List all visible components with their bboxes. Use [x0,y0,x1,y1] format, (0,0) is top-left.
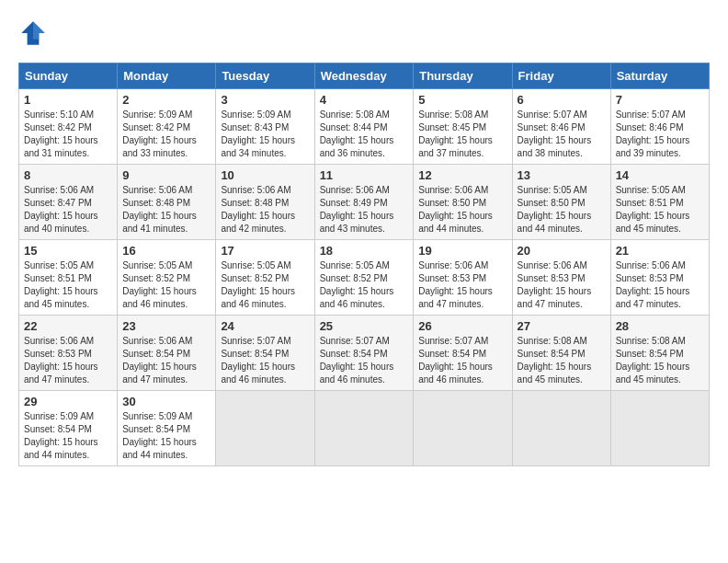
calendar-cell: 18Sunrise: 5:05 AM Sunset: 8:52 PM Dayli… [314,240,414,316]
page-header [18,18,710,48]
day-info: Sunrise: 5:08 AM Sunset: 8:54 PM Dayligh… [518,335,606,386]
day-info: Sunrise: 5:09 AM Sunset: 8:54 PM Dayligh… [122,410,210,462]
column-header-monday: Monday [118,63,216,89]
day-info: Sunrise: 5:08 AM Sunset: 8:44 PM Dayligh… [320,109,409,160]
day-number: 16 [122,244,210,258]
day-info: Sunrise: 5:05 AM Sunset: 8:52 PM Dayligh… [122,259,210,311]
day-info: Sunrise: 5:07 AM Sunset: 8:54 PM Dayligh… [320,335,409,386]
calendar-cell: 17Sunrise: 5:05 AM Sunset: 8:52 PM Dayli… [216,240,314,316]
day-info: Sunrise: 5:08 AM Sunset: 8:54 PM Dayligh… [616,335,704,386]
day-number: 11 [320,168,409,182]
day-number: 8 [24,168,112,182]
calendar-week-4: 22Sunrise: 5:06 AM Sunset: 8:53 PM Dayli… [19,316,710,391]
column-header-sunday: Sunday [19,63,118,89]
calendar-cell: 21Sunrise: 5:06 AM Sunset: 8:53 PM Dayli… [610,240,709,316]
calendar-cell: 1Sunrise: 5:10 AM Sunset: 8:42 PM Daylig… [19,89,118,165]
day-info: Sunrise: 5:09 AM Sunset: 8:42 PM Dayligh… [122,109,210,160]
calendar-cell: 23Sunrise: 5:06 AM Sunset: 8:54 PM Dayli… [118,316,216,391]
day-number: 6 [518,93,606,107]
calendar-cell: 24Sunrise: 5:07 AM Sunset: 8:54 PM Dayli… [216,316,314,391]
calendar-cell: 6Sunrise: 5:07 AM Sunset: 8:46 PM Daylig… [512,89,610,165]
calendar-cell: 20Sunrise: 5:06 AM Sunset: 8:53 PM Dayli… [512,240,610,316]
day-number: 2 [122,93,210,107]
day-number: 18 [320,244,409,258]
day-number: 7 [616,93,704,107]
day-number: 27 [518,319,606,333]
day-info: Sunrise: 5:07 AM Sunset: 8:46 PM Dayligh… [616,109,704,160]
column-header-tuesday: Tuesday [216,63,314,89]
logo [18,18,51,48]
day-info: Sunrise: 5:07 AM Sunset: 8:54 PM Dayligh… [221,335,309,386]
column-header-wednesday: Wednesday [314,63,414,89]
calendar-header-row: SundayMondayTuesdayWednesdayThursdayFrid… [19,63,710,89]
day-number: 21 [616,244,704,258]
day-number: 30 [122,395,210,408]
day-info: Sunrise: 5:07 AM Sunset: 8:46 PM Dayligh… [518,109,606,160]
day-number: 10 [221,168,309,182]
calendar-cell: 12Sunrise: 5:06 AM Sunset: 8:50 PM Dayli… [414,165,512,240]
day-number: 25 [320,319,409,333]
day-number: 24 [221,319,309,333]
day-info: Sunrise: 5:05 AM Sunset: 8:52 PM Dayligh… [320,259,409,311]
day-number: 28 [616,319,704,333]
calendar-cell: 14Sunrise: 5:05 AM Sunset: 8:51 PM Dayli… [610,165,709,240]
day-number: 22 [24,319,112,333]
day-info: Sunrise: 5:06 AM Sunset: 8:54 PM Dayligh… [122,335,210,386]
day-number: 29 [24,395,112,408]
calendar-table: SundayMondayTuesdayWednesdayThursdayFrid… [18,63,710,466]
calendar-cell: 16Sunrise: 5:05 AM Sunset: 8:52 PM Dayli… [118,240,216,316]
day-number: 20 [518,244,606,258]
day-info: Sunrise: 5:06 AM Sunset: 8:53 PM Dayligh… [518,259,606,311]
calendar-week-3: 15Sunrise: 5:05 AM Sunset: 8:51 PM Dayli… [19,240,710,316]
day-info: Sunrise: 5:06 AM Sunset: 8:53 PM Dayligh… [418,259,506,311]
calendar-cell: 30Sunrise: 5:09 AM Sunset: 8:54 PM Dayli… [118,391,216,466]
calendar-cell: 7Sunrise: 5:07 AM Sunset: 8:46 PM Daylig… [610,89,709,165]
day-number: 17 [221,244,309,258]
calendar-cell: 26Sunrise: 5:07 AM Sunset: 8:54 PM Dayli… [414,316,512,391]
day-number: 12 [418,168,506,182]
day-info: Sunrise: 5:05 AM Sunset: 8:51 PM Dayligh… [24,259,112,311]
calendar-week-5: 29Sunrise: 5:09 AM Sunset: 8:54 PM Dayli… [19,391,710,466]
day-number: 15 [24,244,112,258]
day-number: 3 [221,93,309,107]
day-info: Sunrise: 5:09 AM Sunset: 8:54 PM Dayligh… [24,410,112,462]
day-number: 23 [122,319,210,333]
calendar-cell: 4Sunrise: 5:08 AM Sunset: 8:44 PM Daylig… [314,89,414,165]
calendar-cell [610,391,709,466]
day-info: Sunrise: 5:05 AM Sunset: 8:51 PM Dayligh… [616,184,704,236]
calendar-cell: 13Sunrise: 5:05 AM Sunset: 8:50 PM Dayli… [512,165,610,240]
calendar-week-1: 1Sunrise: 5:10 AM Sunset: 8:42 PM Daylig… [19,89,710,165]
calendar-cell [314,391,414,466]
day-number: 1 [24,93,112,107]
calendar-cell: 19Sunrise: 5:06 AM Sunset: 8:53 PM Dayli… [414,240,512,316]
day-info: Sunrise: 5:08 AM Sunset: 8:45 PM Dayligh… [418,109,506,160]
day-info: Sunrise: 5:06 AM Sunset: 8:50 PM Dayligh… [418,184,506,236]
day-number: 5 [418,93,506,107]
calendar-cell: 2Sunrise: 5:09 AM Sunset: 8:42 PM Daylig… [118,89,216,165]
day-info: Sunrise: 5:10 AM Sunset: 8:42 PM Dayligh… [24,109,112,160]
svg-marker-1 [33,21,45,39]
calendar-cell [216,391,314,466]
calendar-cell: 5Sunrise: 5:08 AM Sunset: 8:45 PM Daylig… [414,89,512,165]
day-info: Sunrise: 5:06 AM Sunset: 8:48 PM Dayligh… [122,184,210,236]
calendar-week-2: 8Sunrise: 5:06 AM Sunset: 8:47 PM Daylig… [19,165,710,240]
day-info: Sunrise: 5:05 AM Sunset: 8:52 PM Dayligh… [221,259,309,311]
day-info: Sunrise: 5:06 AM Sunset: 8:48 PM Dayligh… [221,184,309,236]
day-number: 14 [616,168,704,182]
calendar-cell: 8Sunrise: 5:06 AM Sunset: 8:47 PM Daylig… [19,165,118,240]
day-info: Sunrise: 5:06 AM Sunset: 8:49 PM Dayligh… [320,184,409,236]
calendar-cell: 9Sunrise: 5:06 AM Sunset: 8:48 PM Daylig… [118,165,216,240]
day-info: Sunrise: 5:06 AM Sunset: 8:53 PM Dayligh… [24,335,112,386]
calendar-cell: 22Sunrise: 5:06 AM Sunset: 8:53 PM Dayli… [19,316,118,391]
column-header-friday: Friday [512,63,610,89]
calendar-cell: 29Sunrise: 5:09 AM Sunset: 8:54 PM Dayli… [19,391,118,466]
day-info: Sunrise: 5:06 AM Sunset: 8:47 PM Dayligh… [24,184,112,236]
day-number: 4 [320,93,409,107]
column-header-thursday: Thursday [414,63,512,89]
day-number: 26 [418,319,506,333]
day-info: Sunrise: 5:07 AM Sunset: 8:54 PM Dayligh… [418,335,506,386]
calendar-cell: 27Sunrise: 5:08 AM Sunset: 8:54 PM Dayli… [512,316,610,391]
calendar-cell: 15Sunrise: 5:05 AM Sunset: 8:51 PM Dayli… [19,240,118,316]
day-info: Sunrise: 5:09 AM Sunset: 8:43 PM Dayligh… [221,109,309,160]
calendar-cell: 10Sunrise: 5:06 AM Sunset: 8:48 PM Dayli… [216,165,314,240]
